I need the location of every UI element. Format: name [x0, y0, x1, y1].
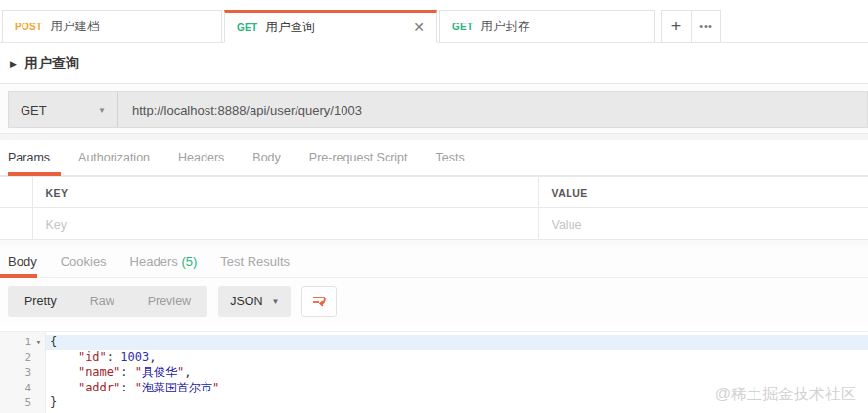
key-column-header: KEY — [32, 177, 538, 208]
collapse-caret-icon[interactable]: ▶ — [10, 59, 17, 69]
close-icon[interactable]: ✕ — [413, 20, 425, 35]
line-number: 1 — [0, 335, 31, 350]
view-mode-group: Pretty Raw Preview — [8, 286, 207, 317]
watermark: @稀土掘金技术社区 — [715, 385, 856, 405]
method-badge-get: GET — [452, 22, 473, 32]
method-select[interactable]: GET ▼ — [9, 92, 118, 127]
view-mode-preview[interactable]: Preview — [131, 286, 207, 317]
line-number: 2 — [0, 350, 31, 366]
method-value: GET — [21, 103, 47, 117]
format-value: JSON — [230, 295, 262, 308]
response-tab-headers[interactable]: Headers (5) — [130, 254, 198, 269]
params-input-row — [0, 208, 868, 240]
request-name-row: ▶ 用户查询 — [0, 43, 868, 84]
params-table: KEY VALUE — [0, 176, 868, 240]
tab-title: 用户建档 — [50, 19, 209, 35]
tab-actions: + ••• — [661, 10, 721, 43]
request-tab-archive[interactable]: GET 用户封存 — [439, 10, 655, 43]
tab-title: 用户封存 — [480, 19, 642, 35]
url-bar: GET ▼ — [8, 91, 868, 128]
fold-icon[interactable]: ▾ — [31, 335, 46, 350]
new-tab-button[interactable]: + — [662, 11, 691, 42]
active-response-tab-underline — [0, 274, 37, 278]
request-tabs: Params Authorization Headers Body Pre-re… — [0, 140, 868, 176]
plus-icon: + — [671, 17, 682, 37]
tab-tests[interactable]: Tests — [436, 151, 465, 164]
tab-body[interactable]: Body — [252, 151, 281, 164]
line-number: 3 — [0, 365, 31, 381]
view-mode-pretty[interactable]: Pretty — [8, 286, 73, 317]
request-tab-post[interactable]: POST 用户建档 — [2, 10, 222, 43]
response-tab-body[interactable]: Body — [8, 254, 37, 269]
value-column-header: VALUE — [538, 177, 868, 208]
method-badge-post: POST — [15, 22, 42, 32]
view-mode-raw[interactable]: Raw — [73, 286, 131, 317]
code-line: 1 ▾ { — [0, 335, 868, 350]
code-line: 3 "name": "具俊华", — [0, 365, 868, 381]
url-input[interactable] — [118, 92, 867, 127]
chevron-down-icon: ▼ — [98, 106, 106, 115]
tab-pre-request-script[interactable]: Pre-request Script — [309, 151, 408, 164]
more-icon: ••• — [699, 21, 713, 32]
url-row: GET ▼ — [0, 84, 868, 133]
format-select[interactable]: JSON ▼ — [218, 286, 291, 317]
request-tab-active[interactable]: GET 用户查询 ✕ — [224, 10, 437, 43]
params-header-row: KEY VALUE — [0, 177, 868, 208]
headers-count-badge: (5) — [181, 254, 197, 269]
active-tab-underline — [8, 172, 61, 176]
row-select-cell — [0, 177, 32, 208]
tab-headers[interactable]: Headers — [178, 151, 224, 164]
tab-options-button[interactable]: ••• — [691, 11, 720, 42]
param-key-input[interactable] — [33, 218, 538, 232]
param-value-input[interactable] — [539, 218, 868, 232]
tab-authorization[interactable]: Authorization — [78, 151, 150, 164]
request-name: 用户查询 — [24, 55, 79, 72]
response-toolbar: Pretty Raw Preview JSON ▼ — [0, 278, 868, 325]
tab-bar: POST 用户建档 GET 用户查询 ✕ GET 用户封存 + ••• — [0, 0, 868, 43]
wrap-text-icon — [309, 292, 329, 311]
line-number: 4 — [0, 381, 31, 396]
response-tab-test-results[interactable]: Test Results — [220, 254, 290, 269]
code-line: 2 "id": 1003, — [0, 350, 868, 366]
line-number: 5 — [0, 395, 31, 411]
tab-title: 用户查询 — [265, 20, 405, 36]
chevron-down-icon: ▼ — [271, 298, 279, 306]
row-select-cell — [0, 208, 32, 240]
method-badge-get: GET — [237, 23, 257, 33]
tab-params[interactable]: Params — [8, 151, 50, 164]
section-divider — [0, 133, 868, 140]
response-tabs: Body Cookies Headers (5) Test Results — [0, 246, 868, 278]
response-tab-cookies[interactable]: Cookies — [61, 254, 107, 269]
wrap-text-button[interactable] — [301, 286, 337, 317]
